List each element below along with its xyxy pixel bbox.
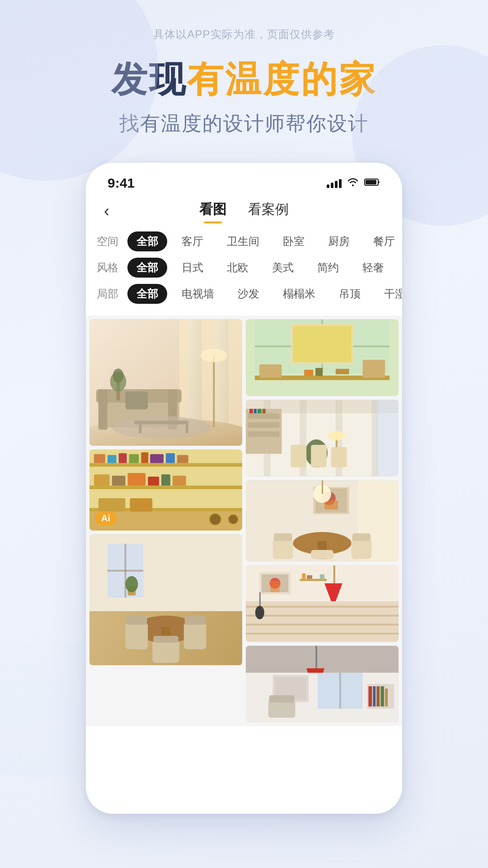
svg-rect-106	[352, 533, 371, 541]
svg-rect-38	[173, 476, 186, 486]
svg-rect-56	[185, 616, 206, 625]
filter-label-space: 空间	[97, 234, 120, 249]
svg-rect-35	[128, 473, 146, 486]
svg-rect-82	[249, 409, 253, 413]
battery-icon	[364, 178, 380, 189]
svg-rect-11	[126, 392, 148, 410]
svg-rect-115	[302, 573, 305, 579]
svg-rect-119	[246, 606, 399, 608]
image-bright-room[interactable]	[246, 400, 399, 476]
filter-row-partial: 局部 全部 电视墙 沙发 榻榻米 吊顶 干湿	[97, 284, 391, 304]
filter-tag-drywet[interactable]: 干湿	[375, 284, 402, 304]
svg-rect-137	[380, 686, 384, 707]
svg-rect-121	[246, 624, 399, 626]
svg-point-50	[126, 576, 138, 592]
filter-label-partial: 局部	[97, 287, 120, 301]
svg-point-42	[210, 514, 221, 525]
filter-tag-sofa[interactable]: 沙发	[229, 284, 268, 304]
filter-tag-japanese[interactable]: 日式	[173, 258, 212, 278]
svg-rect-104	[274, 533, 292, 541]
svg-rect-27	[119, 453, 127, 463]
image-study-desk[interactable]	[246, 319, 399, 396]
svg-rect-48	[108, 570, 144, 571]
filter-label-style: 风格	[97, 260, 120, 275]
svg-rect-58	[153, 636, 178, 643]
status-time: 9:41	[108, 175, 135, 191]
wifi-icon	[347, 177, 359, 189]
image-living-room[interactable]	[89, 319, 242, 446]
filter-tag-all-partial[interactable]: 全部	[127, 284, 167, 304]
image-dining-area[interactable]	[246, 480, 399, 561]
svg-rect-69	[315, 368, 323, 376]
svg-rect-140	[269, 695, 295, 703]
svg-rect-135	[373, 686, 375, 707]
tab-view-images[interactable]: 看图	[199, 200, 226, 222]
image-grid: Ai	[86, 316, 402, 726]
svg-rect-100	[322, 481, 323, 494]
image-abstract-room[interactable]	[246, 646, 399, 722]
svg-rect-36	[148, 476, 159, 486]
svg-point-87	[328, 431, 346, 440]
filter-tag-ceiling[interactable]: 吊顶	[330, 284, 370, 304]
filter-tag-bedroom[interactable]: 卧室	[274, 231, 314, 251]
svg-rect-55	[184, 623, 206, 650]
svg-rect-66	[259, 364, 282, 378]
grid-col-left: Ai	[89, 319, 242, 722]
svg-rect-40	[99, 498, 126, 512]
svg-rect-85	[263, 409, 266, 413]
filter-tag-luxury[interactable]: 轻奢	[353, 258, 393, 278]
filter-tag-tvwall[interactable]: 电视墙	[173, 284, 223, 304]
svg-rect-81	[248, 431, 280, 437]
svg-point-20	[113, 368, 124, 383]
filter-tag-all-style[interactable]: 全部	[127, 258, 167, 278]
filter-section: 空间 全部 客厅 卫生间 卧室 厨房 餐厅 风格 全部 日式 北欧 美式	[86, 228, 402, 316]
filter-tag-all-space[interactable]: 全部	[127, 231, 167, 251]
image-dining-room[interactable]	[89, 534, 242, 665]
svg-rect-53	[126, 623, 148, 650]
signal-icon	[327, 178, 342, 188]
svg-rect-37	[161, 474, 170, 486]
filter-tag-nordic[interactable]: 北欧	[218, 258, 258, 278]
ai-badge: Ai	[95, 511, 117, 525]
svg-rect-70	[336, 369, 349, 374]
disclaimer-text: 具体以APP实际为准，页面仅供参考	[0, 0, 488, 42]
filter-tag-bathroom[interactable]: 卫生间	[218, 231, 268, 251]
filter-tags-style: 全部 日式 北欧 美式 简约 轻奢	[127, 258, 393, 278]
back-button[interactable]: ‹	[104, 202, 127, 221]
tab-view-cases[interactable]: 看案例	[248, 200, 289, 222]
status-icons	[327, 177, 380, 189]
svg-rect-105	[352, 539, 372, 559]
filter-tag-minimal[interactable]: 简约	[308, 258, 348, 278]
svg-rect-1	[366, 180, 376, 184]
svg-rect-79	[248, 413, 280, 419]
svg-point-124	[255, 606, 264, 619]
svg-rect-122	[246, 633, 399, 635]
svg-point-15	[112, 416, 211, 439]
svg-rect-41	[130, 498, 152, 512]
svg-rect-32	[177, 455, 188, 463]
svg-rect-22	[89, 463, 242, 467]
filter-tag-american[interactable]: 美式	[263, 258, 303, 278]
filter-tag-tatami[interactable]: 榻榻米	[274, 284, 324, 304]
filter-tag-living[interactable]: 客厅	[173, 231, 212, 251]
filter-tag-kitchen[interactable]: 厨房	[319, 231, 359, 251]
svg-rect-16	[213, 355, 215, 427]
image-modern-living[interactable]	[246, 565, 399, 642]
hero-subtitle: 找有温度的设计师帮你设计	[0, 110, 488, 137]
svg-rect-107	[311, 550, 333, 559]
svg-rect-34	[112, 476, 126, 486]
filter-tag-dining[interactable]: 餐厅	[364, 231, 402, 251]
svg-rect-90	[291, 445, 306, 467]
image-kitchen-shelf[interactable]: Ai	[89, 449, 242, 531]
svg-rect-64	[293, 326, 351, 362]
svg-rect-9	[99, 389, 108, 429]
svg-rect-33	[94, 474, 110, 486]
svg-rect-103	[273, 539, 293, 559]
svg-rect-130	[339, 673, 341, 709]
svg-rect-109	[333, 566, 335, 584]
svg-rect-31	[166, 453, 175, 463]
svg-rect-117	[320, 574, 324, 579]
svg-rect-92	[331, 447, 347, 467]
hero-title: 发现有温度的家	[0, 60, 488, 99]
svg-rect-113	[271, 581, 280, 592]
